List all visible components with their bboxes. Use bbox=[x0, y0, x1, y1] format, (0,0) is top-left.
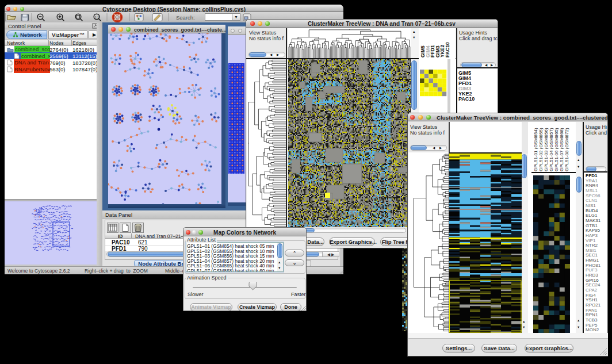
svg-text:1:1: 1:1 bbox=[95, 16, 99, 19]
